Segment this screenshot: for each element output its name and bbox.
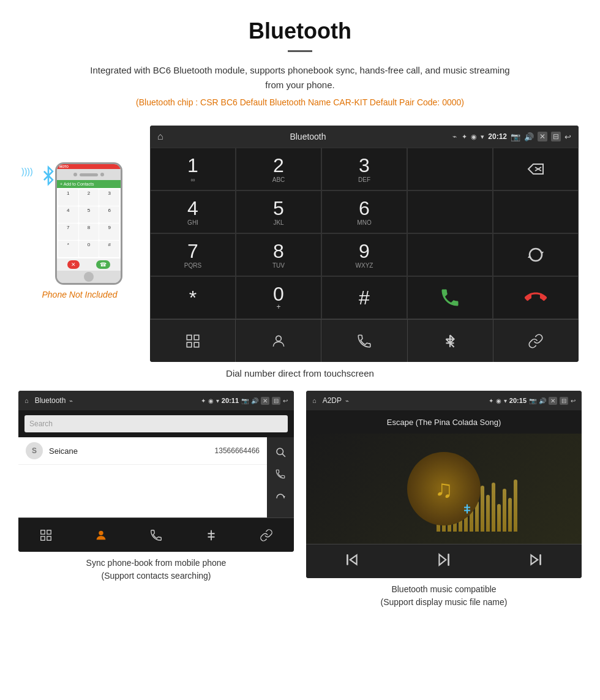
bluetooth-icon: [40, 165, 57, 192]
pb-rotate-icon[interactable]: [269, 487, 292, 511]
dialpad-3[interactable]: 3 DEF: [321, 148, 407, 190]
dialpad-1[interactable]: 1 ∞: [150, 148, 236, 190]
camera-icon[interactable]: 📷: [511, 132, 520, 141]
dialpad-5[interactable]: 5 JKL: [236, 190, 321, 233]
pb-main-content: S Seicane 13566664466: [18, 437, 294, 517]
pb-close-icon[interactable]: ✕: [261, 397, 269, 405]
svg-line-22: [282, 454, 285, 456]
music-caption: Bluetooth music compatible (Support disp…: [306, 583, 582, 609]
phone-btn-2: 2: [79, 189, 99, 206]
svg-rect-12: [194, 335, 199, 340]
pb-win-icon[interactable]: ⊟: [272, 397, 280, 405]
phone-not-included-label: Phone Not Included: [42, 290, 118, 299]
car-nav-phone[interactable]: [321, 320, 407, 362]
music-home-icon[interactable]: ⌂: [312, 397, 317, 404]
pb-vol-icon[interactable]: 🔊: [251, 397, 258, 404]
eq-bar-12: [497, 504, 501, 532]
bottom-screenshots: ⌂ Bluetooth ⌁ ✦ ◉ ▾ 20:11 📷 🔊 ✕ ⊟ ↩: [0, 391, 600, 609]
grid-icon: [185, 333, 201, 349]
pb-time: 20:11: [222, 397, 239, 404]
dialpad-5-letters: JKL: [273, 219, 283, 226]
music-next-btn[interactable]: [522, 549, 550, 574]
pb-list-section: S Seicane 13566664466: [18, 437, 267, 517]
music-vol-icon[interactable]: 🔊: [539, 397, 546, 404]
phone-btn-hash: #: [99, 241, 119, 257]
dialpad-0-num: 0: [273, 284, 284, 304]
dialpad-call-green[interactable]: [407, 276, 493, 319]
eq-bar-14: [508, 498, 512, 532]
music-bt-icon: ✦: [489, 397, 493, 404]
pb-nav-phone[interactable]: [129, 518, 184, 552]
dialpad-6[interactable]: 6 MNO: [321, 190, 407, 233]
car-nav-bluetooth[interactable]: [408, 320, 493, 362]
dialpad-backspace[interactable]: [493, 148, 579, 190]
eq-bar-13: [503, 489, 506, 532]
dialpad-empty-4: [407, 233, 493, 276]
pb-usb-icon: ⌁: [69, 397, 73, 404]
pb-bottom-nav: [18, 517, 294, 552]
pb-back-icon[interactable]: ↩: [283, 397, 288, 404]
dialpad-4-num: 4: [187, 198, 198, 218]
svg-point-15: [276, 336, 281, 341]
pb-nav-link[interactable]: [239, 518, 294, 552]
music-prev-btn[interactable]: [338, 549, 366, 574]
pb-nav-bt[interactable]: [184, 518, 239, 552]
phone-bottom: [57, 271, 121, 283]
call-red-icon: [525, 287, 547, 309]
dialpad-3-letters: DEF: [358, 176, 370, 183]
window-icon[interactable]: ⊟: [551, 132, 561, 141]
phone-top-bar: [57, 169, 121, 180]
phone-numpad: 1 2 3 4 5 6 7 8 9 * 0 #: [57, 188, 121, 258]
dialpad-call-red[interactable]: [493, 276, 579, 319]
volume-icon[interactable]: 🔊: [524, 132, 534, 141]
dialpad-empty-1: [407, 148, 493, 190]
song-name: Escape (The Pina Colada Song): [387, 418, 501, 427]
dialpad-star-num: *: [189, 288, 197, 307]
music-cam-icon[interactable]: 📷: [529, 397, 536, 404]
music-close-icon[interactable]: ✕: [549, 397, 557, 405]
dialpad-8-num: 8: [273, 241, 284, 261]
pb-nav-contact[interactable]: [73, 518, 129, 552]
pb-phone-icon[interactable]: [269, 464, 292, 487]
phonebook-screenshot-item: ⌂ Bluetooth ⌁ ✦ ◉ ▾ 20:11 📷 🔊 ✕ ⊟ ↩: [18, 391, 294, 609]
dialpad-2[interactable]: 2 ABC: [236, 148, 321, 190]
car-nav-contact[interactable]: [236, 320, 321, 362]
dialpad-8[interactable]: 8 TUV: [236, 233, 321, 276]
dialpad-9[interactable]: 9 WXYZ: [321, 233, 407, 276]
pb-contact-number: 13566664466: [215, 446, 260, 455]
phone-speaker: [80, 173, 98, 176]
music-loc-icon: ◉: [496, 397, 501, 404]
car-home-icon[interactable]: ⌂: [157, 131, 163, 142]
pb-nav-grid[interactable]: [18, 518, 73, 552]
pb-home-icon[interactable]: ⌂: [24, 397, 29, 404]
back-icon[interactable]: ↩: [564, 132, 571, 141]
phone-call-btn: ☎: [96, 260, 110, 269]
music-back-icon[interactable]: ↩: [571, 397, 576, 404]
car-nav-link[interactable]: [493, 320, 579, 362]
dialpad-4[interactable]: 4 GHI: [150, 190, 236, 233]
close-icon[interactable]: ✕: [538, 132, 547, 141]
svg-marker-6: [528, 164, 543, 174]
pb-icons-section: [267, 437, 294, 517]
svg-rect-14: [194, 342, 199, 347]
pb-search-bar[interactable]: Search: [24, 415, 288, 432]
pb-contact-name: Seicane: [49, 446, 215, 456]
pb-contact-row[interactable]: S Seicane 13566664466: [18, 437, 267, 465]
dialpad-7[interactable]: 7 PQRS: [150, 233, 236, 276]
pb-search-icon[interactable]: [269, 443, 292, 464]
dialpad-0[interactable]: 0 +: [236, 276, 321, 319]
music-win-icon[interactable]: ⊟: [560, 397, 568, 405]
music-play-btn[interactable]: [430, 549, 458, 574]
pb-search-placeholder: Search: [29, 420, 53, 428]
bt-nav-icon: [442, 333, 458, 349]
dialpad-hash[interactable]: #: [321, 276, 407, 319]
car-status-right: ✦ ◉ ▾ 20:12 📷 🔊 ✕ ⊟ ↩: [462, 132, 571, 141]
dialpad-star[interactable]: *: [150, 276, 236, 319]
svg-rect-13: [187, 342, 192, 347]
music-controls: [306, 544, 582, 578]
pb-cam-icon[interactable]: 📷: [241, 397, 249, 404]
car-nav-grid[interactable]: [150, 320, 236, 362]
eq-bar-15: [514, 480, 517, 532]
pb-avatar: S: [26, 442, 43, 459]
dialpad-rotate[interactable]: [493, 233, 579, 276]
